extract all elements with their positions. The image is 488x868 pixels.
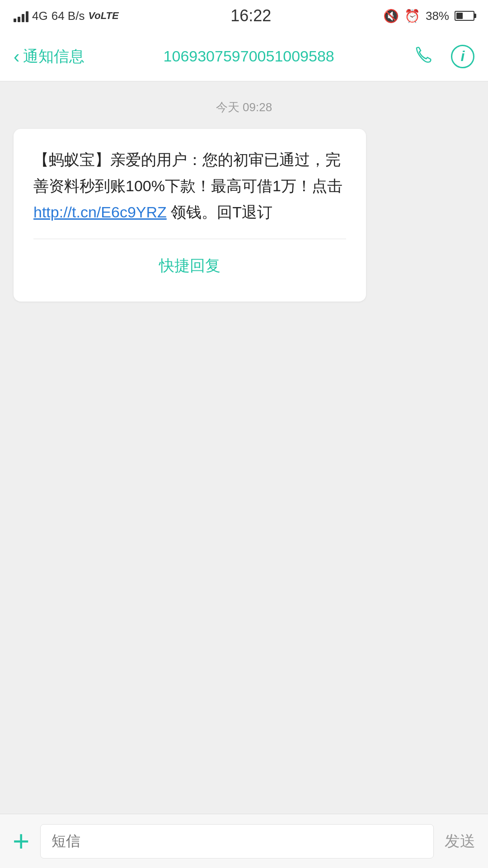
volte-label: VoLTE [88,10,118,22]
nav-title: 10693075970051009588 [84,47,413,65]
chevron-left-icon: ‹ [14,47,19,66]
message-timestamp: 今天 09:28 [14,99,474,115]
message-body-prefix: 【蚂蚁宝】亲爱的用户：您的初审已通过，完善资料秒到账100%下款！最高可借1万！… [33,151,343,194]
alarm-icon: ⏰ [404,9,420,24]
message-input[interactable] [40,824,434,859]
back-button[interactable]: ‹ 通知信息 [14,46,84,67]
message-row: 【蚂蚁宝】亲爱的用户：您的初审已通过，完善资料秒到账100%下款！最高可借1万！… [14,129,474,302]
call-button[interactable] [413,44,433,69]
data-speed: 64 B/s [52,9,85,23]
info-icon: i [461,48,465,65]
message-body-suffix: 领钱。回T退订 [167,203,272,221]
quick-reply-button[interactable]: 快捷回复 [33,248,346,283]
info-button[interactable]: i [451,45,474,68]
input-bar: + 发送 [0,814,488,868]
mute-icon: 🔇 [383,9,399,24]
message-divider [33,239,346,239]
status-right: 🔇 ⏰ 38% [383,9,474,24]
battery-percent: 38% [426,9,449,23]
message-link[interactable]: http://t.cn/E6c9YRZ [33,203,167,221]
status-left: 4G 64 B/s VoLTE [14,9,119,23]
clock: 16:22 [230,6,271,25]
add-button[interactable]: + [13,827,29,856]
message-bubble: 【蚂蚁宝】亲爱的用户：您的初审已通过，完善资料秒到账100%下款！最高可借1万！… [14,129,366,302]
battery-icon [455,11,474,21]
status-bar: 4G 64 B/s VoLTE 16:22 🔇 ⏰ 38% [0,0,488,32]
nav-bar: ‹ 通知信息 10693075970051009588 i [0,32,488,81]
send-button[interactable]: 发送 [445,831,475,852]
signal-icon [14,9,28,22]
back-label: 通知信息 [23,46,84,67]
nav-actions: i [413,44,474,69]
network-type: 4G [32,9,48,23]
chat-area: 今天 09:28 【蚂蚁宝】亲爱的用户：您的初审已通过，完善资料秒到账100%下… [0,81,488,814]
